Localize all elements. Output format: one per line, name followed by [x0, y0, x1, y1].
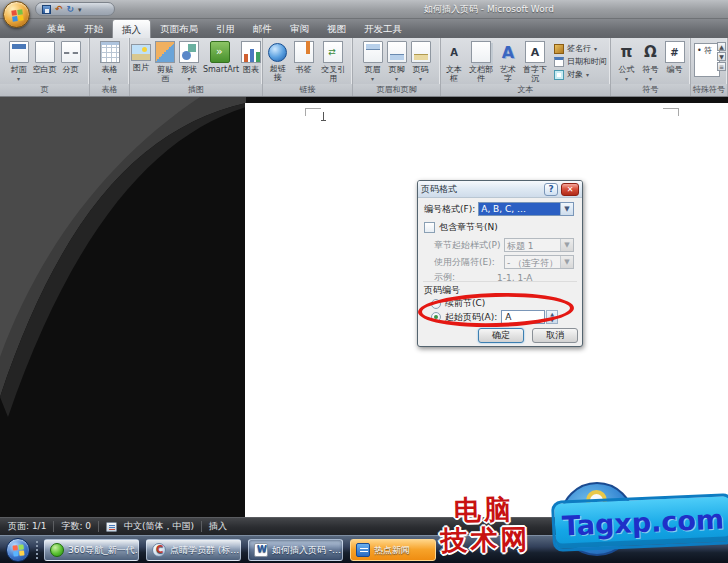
- combo-dropdown-icon[interactable]: ▼: [560, 203, 573, 215]
- ribbon-group-links: 超链接 书签 交叉引用 链接: [263, 38, 353, 96]
- hyperlink-button[interactable]: 超链接: [264, 40, 292, 83]
- group-label-text: 文本: [441, 84, 610, 96]
- number-format-value: A, B, C, …: [479, 203, 560, 215]
- redo-icon[interactable]: [67, 4, 75, 14]
- signature-line-button[interactable]: 签名行: [554, 43, 607, 54]
- status-page-count[interactable]: 页面: 1/1: [8, 520, 46, 533]
- status-word-count[interactable]: 字数: 0: [61, 520, 91, 533]
- dialog-close-button[interactable]: ✕: [561, 183, 579, 196]
- save-icon[interactable]: [42, 5, 51, 14]
- undo-icon[interactable]: [55, 4, 63, 14]
- page-break-button[interactable]: 分页: [59, 40, 83, 75]
- number-icon: #: [665, 41, 685, 63]
- gallery-up-icon[interactable]: ▲: [717, 42, 726, 51]
- gallery-down-icon[interactable]: ▼: [717, 52, 726, 61]
- group-label-tables: 表格: [90, 84, 129, 96]
- status-separator: [201, 521, 202, 532]
- chevron-down-icon: [586, 70, 589, 79]
- button-label: 日期和时间: [567, 56, 607, 67]
- button-label: 交叉引用: [318, 65, 349, 83]
- cover-page-button[interactable]: 封面: [7, 40, 31, 84]
- tab-review[interactable]: 审阅: [281, 19, 318, 38]
- qat-dropdown-icon[interactable]: [78, 4, 82, 15]
- tab-references[interactable]: 引用: [207, 19, 244, 38]
- spellcheck-icon[interactable]: [106, 522, 117, 532]
- ribbon-group-header-footer: 页眉 页脚 页码 页眉和页脚: [353, 38, 441, 96]
- office-button[interactable]: [3, 1, 30, 28]
- taskbar-button-label: 点睛学员群 (标…: [170, 544, 239, 557]
- news-icon: [356, 543, 370, 557]
- taskbar-button-word[interactable]: 如何插入页码 -…: [248, 539, 343, 561]
- table-button[interactable]: 表格: [98, 40, 122, 84]
- start-at-input[interactable]: A: [501, 310, 545, 324]
- ribbon-group-pages: 封面 空白页 分页 页: [0, 38, 90, 96]
- cover-page-icon: [9, 41, 29, 63]
- number-button[interactable]: # 编号: [663, 40, 687, 75]
- smartart-button[interactable]: SmartArt: [201, 40, 239, 75]
- dialog-title: 页码格式: [421, 183, 544, 196]
- spinner-down-icon[interactable]: ▼: [547, 317, 557, 323]
- word-document-icon: [254, 543, 268, 557]
- button-label: 形状: [181, 65, 197, 74]
- gallery-more-icon[interactable]: ≡: [717, 62, 726, 71]
- cancel-button[interactable]: 取消: [532, 328, 578, 343]
- cross-reference-button[interactable]: 交叉引用: [316, 40, 351, 84]
- document-workspace: [0, 97, 728, 517]
- shapes-button[interactable]: 形状: [177, 40, 201, 84]
- quick-parts-icon: [471, 41, 491, 63]
- date-time-icon: [554, 57, 564, 67]
- symbol-omega-icon: Ω: [641, 41, 661, 63]
- include-chapter-checkbox[interactable]: [424, 222, 435, 233]
- taskbar-button-label: 如何插入页码 -…: [272, 544, 341, 557]
- tab-page-layout[interactable]: 页面布局: [151, 19, 207, 38]
- header-button[interactable]: 页眉: [361, 40, 385, 84]
- status-language[interactable]: 中文(简体，中国): [124, 520, 194, 533]
- taskbar-button-360[interactable]: 360导航_新一代…: [44, 539, 139, 561]
- tab-insert[interactable]: 插入: [112, 19, 151, 38]
- bookmark-icon: [294, 41, 314, 63]
- equation-button[interactable]: π 公式: [615, 40, 639, 84]
- number-format-label: 编号格式(F):: [424, 203, 475, 216]
- group-label-links: 链接: [263, 84, 352, 96]
- ribbon-group-special-symbols: • 符 ▲ ▼ ≡ 特殊符号: [691, 38, 728, 96]
- status-insert-mode[interactable]: 插入: [209, 520, 227, 533]
- combo-dropdown-icon: ▼: [560, 239, 573, 251]
- picture-button[interactable]: 图片: [129, 40, 153, 73]
- tab-menu[interactable]: 菜单: [38, 19, 75, 38]
- drop-cap-icon: A: [525, 41, 545, 63]
- start-at-label: 起始页码(A):: [445, 311, 497, 324]
- dialog-title-bar[interactable]: 页码格式 ? ✕: [418, 181, 582, 198]
- symbol-button[interactable]: Ω 符号: [639, 40, 663, 84]
- page-number-button[interactable]: 页码: [409, 40, 433, 84]
- number-format-combobox[interactable]: A, B, C, … ▼: [478, 202, 574, 216]
- tab-developer[interactable]: 开发工具: [355, 19, 411, 38]
- chart-icon: [241, 41, 261, 63]
- desktop-swoosh-background: [0, 97, 246, 517]
- taskbar-grip[interactable]: [36, 541, 40, 559]
- tab-view[interactable]: 视图: [318, 19, 355, 38]
- bookmark-button[interactable]: 书签: [292, 40, 316, 75]
- tab-home[interactable]: 开始: [75, 19, 112, 38]
- group-label-header-footer: 页眉和页脚: [353, 84, 440, 96]
- ok-button[interactable]: 确定: [478, 328, 524, 343]
- start-at-radio[interactable]: [431, 312, 441, 322]
- dialog-help-button[interactable]: ?: [544, 183, 558, 196]
- title-bar: 如何插入页码 - Microsoft Word: [0, 0, 728, 19]
- chevron-down-icon: [17, 74, 20, 83]
- ribbon-group-symbols: π 公式 Ω 符号 # 编号 符号: [611, 38, 691, 96]
- blank-page-button[interactable]: 空白页: [31, 40, 59, 75]
- taskbar-button-hot-news[interactable]: 热点新闻: [350, 539, 436, 561]
- date-time-button[interactable]: 日期和时间: [554, 56, 607, 67]
- taskbar-button-chat-group[interactable]: 点睛学员群 (标…: [146, 539, 241, 561]
- clipart-button[interactable]: 剪贴画: [153, 40, 177, 84]
- continue-from-previous-radio[interactable]: [431, 299, 441, 309]
- object-button[interactable]: 对象: [554, 69, 607, 80]
- footer-button[interactable]: 页脚: [385, 40, 409, 84]
- chevron-down-icon: [625, 74, 628, 83]
- spinner-buttons[interactable]: ▲▼: [546, 310, 558, 324]
- button-label: 艺术字: [498, 65, 518, 83]
- example-label: 示例:: [434, 271, 455, 284]
- chart-button[interactable]: 图表: [239, 40, 263, 75]
- tab-mailings[interactable]: 邮件: [244, 19, 281, 38]
- start-button[interactable]: [6, 538, 30, 562]
